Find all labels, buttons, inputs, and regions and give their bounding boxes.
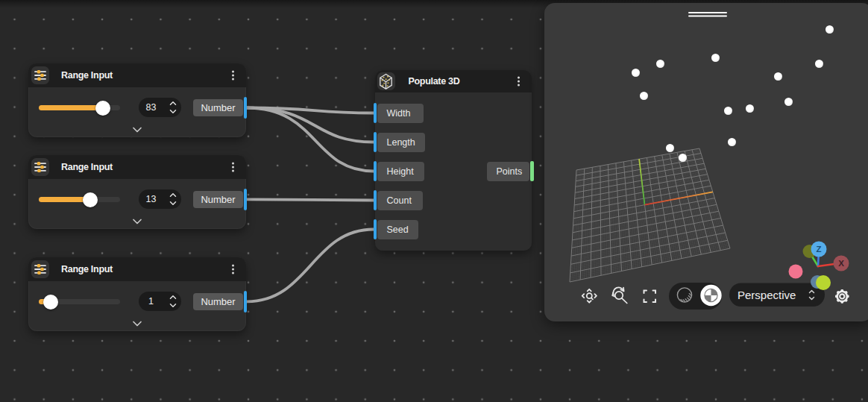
- svg-text:Z: Z: [816, 245, 821, 254]
- svg-text:X: X: [838, 259, 844, 268]
